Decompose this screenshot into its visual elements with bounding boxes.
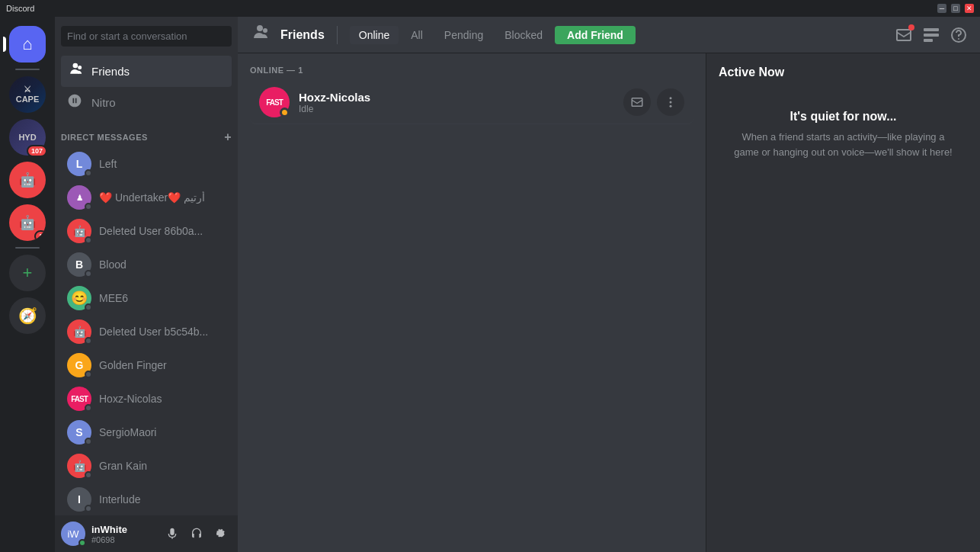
avatar-wrap: 😊 [67, 286, 91, 310]
server-icon-home[interactable]: ⌂ [9, 26, 46, 63]
add-icon: + [23, 263, 33, 283]
user-status-indicator [78, 539, 86, 547]
dm-user-name: Golden Finger [99, 359, 226, 371]
avatar-wrap: L [67, 152, 91, 176]
user-panel: iW inWhite #0698 [55, 515, 238, 552]
friends-nav-label: Friends [91, 65, 130, 78]
add-dm-button[interactable]: + [224, 130, 232, 144]
list-item[interactable]: B Blood [61, 248, 232, 281]
status-indicator [85, 270, 92, 278]
list-item[interactable]: FAST Hoxz-Nicolas [61, 382, 232, 416]
hyd-server-label: HYD [18, 133, 36, 142]
nav-item-nitro[interactable]: Nitro [61, 87, 232, 118]
friend-item[interactable]: FAST Hoxz-Nicolas Idle [250, 81, 693, 124]
status-indicator [85, 169, 92, 177]
direct-messages-label: Direct Messages [61, 133, 148, 142]
status-indicator [85, 471, 92, 479]
dm-user-name: MEE6 [99, 292, 226, 304]
tab-pending[interactable]: Pending [435, 26, 492, 44]
dm-user-name: Interlude [99, 493, 226, 505]
microphone-button[interactable] [162, 523, 183, 544]
avatar-wrap: ♟ [67, 185, 91, 210]
list-item[interactable]: ♟ ❤️ Undertaker❤️ أرتيم [61, 181, 232, 214]
avatar-wrap: 🤖 [67, 454, 91, 478]
friend-status-dot [280, 108, 290, 117]
topbar-divider [337, 26, 338, 44]
friend-info: Hoxz-Nicolas Idle [299, 91, 614, 114]
dm-sidebar: Friends Nitro Direct Messages + L [55, 17, 238, 552]
server-icon-red2[interactable]: 🤖 1 [9, 204, 46, 241]
svg-point-3 [670, 97, 672, 99]
red1-icon: 🤖 [19, 172, 36, 188]
close-button[interactable]: ✕ [965, 4, 974, 13]
list-item[interactable]: I Interlude [61, 483, 232, 515]
avatar-wrap: FAST [67, 387, 91, 411]
active-now-panel: Active Now It's quiet for now... When a … [706, 53, 980, 552]
dm-user-name: Left [99, 158, 226, 170]
headset-button[interactable] [186, 523, 207, 544]
friend-actions [623, 88, 684, 116]
message-friend-button[interactable] [623, 88, 651, 116]
svg-rect-1 [924, 34, 939, 37]
online-header: Online — 1 [250, 66, 693, 75]
avatar-wrap: 🤖 [67, 219, 91, 243]
list-item[interactable]: G Golden Finger [61, 348, 232, 382]
server-icon-escape[interactable]: ⚔CAPE [9, 76, 46, 113]
topbar-friends-title: Friends [280, 28, 325, 42]
status-indicator [85, 203, 92, 210]
add-friend-button[interactable]: Add Friend [555, 26, 636, 44]
status-indicator [85, 438, 92, 445]
tab-online[interactable]: Online [350, 26, 399, 44]
user-name: inWhite [91, 524, 155, 535]
list-item[interactable]: S SergioMaori [61, 416, 232, 449]
add-server-button[interactable]: + [9, 255, 46, 291]
more-options-button[interactable] [657, 88, 684, 116]
nitro-nav-label: Nitro [91, 96, 116, 109]
friend-name: Hoxz-Nicolas [299, 91, 614, 104]
red2-badge: 1 [34, 230, 46, 241]
dm-list: L Left ♟ ❤️ Undertaker❤️ أرتيم 🤖 De [55, 147, 238, 515]
server-icon-hyd[interactable]: HYD 107 [9, 119, 46, 156]
tab-all[interactable]: All [402, 26, 432, 44]
list-item[interactable]: 🤖 Gran Kain [61, 449, 232, 483]
active-now-title: Active Now [719, 66, 968, 79]
search-input[interactable] [61, 26, 232, 47]
status-indicator [85, 371, 92, 378]
svg-rect-2 [924, 39, 933, 42]
status-indicator [85, 236, 92, 244]
list-item[interactable]: 🤖 Deleted User b5c54b... [61, 315, 232, 348]
friend-avatar-wrap: FAST [259, 87, 290, 117]
dm-user-name: Blood [99, 258, 226, 271]
titlebar: Discord ─ □ ✕ [0, 0, 980, 17]
nitro-nav-icon [67, 93, 82, 112]
server-sidebar: ⌂ ⚔CAPE HYD 107 🤖 🤖 1 + 🧭 [0, 17, 55, 552]
nav-item-friends[interactable]: Friends [61, 56, 232, 87]
server-icon-red1[interactable]: 🤖 [9, 162, 46, 198]
svg-point-5 [670, 105, 672, 108]
explore-servers-button[interactable]: 🧭 [9, 297, 46, 334]
red2-icon: 🤖 [19, 214, 36, 231]
user-avatar-wrap: iW [61, 522, 85, 546]
dm-section-header: Direct Messages + [55, 118, 238, 147]
tab-blocked[interactable]: Blocked [495, 26, 552, 44]
inbox-badge [908, 24, 914, 30]
status-indicator [85, 404, 92, 412]
topbar-actions [895, 26, 968, 44]
friends-list-panel: Online — 1 FAST Hoxz-Nicolas Idle [238, 53, 706, 552]
window-controls: ─ □ ✕ [937, 4, 974, 13]
dm-user-name: Deleted User b5c54b... [99, 326, 226, 338]
maximize-button[interactable]: □ [951, 4, 960, 13]
members-button[interactable] [922, 26, 940, 44]
help-button[interactable] [950, 26, 968, 44]
list-item[interactable]: 😊 MEE6 [61, 281, 232, 315]
topbar: Friends Online All Pending Blocked Add F… [238, 17, 980, 53]
settings-button[interactable] [210, 523, 232, 544]
inbox-button[interactable] [895, 26, 913, 44]
minimize-button[interactable]: ─ [937, 4, 946, 13]
svg-rect-0 [924, 28, 939, 31]
svg-point-4 [670, 101, 672, 104]
list-item[interactable]: 🤖 Deleted User 86b0a... [61, 214, 232, 248]
friends-area: Online — 1 FAST Hoxz-Nicolas Idle [238, 53, 980, 552]
friend-status-text: Idle [299, 104, 614, 114]
list-item[interactable]: L Left [61, 147, 232, 181]
